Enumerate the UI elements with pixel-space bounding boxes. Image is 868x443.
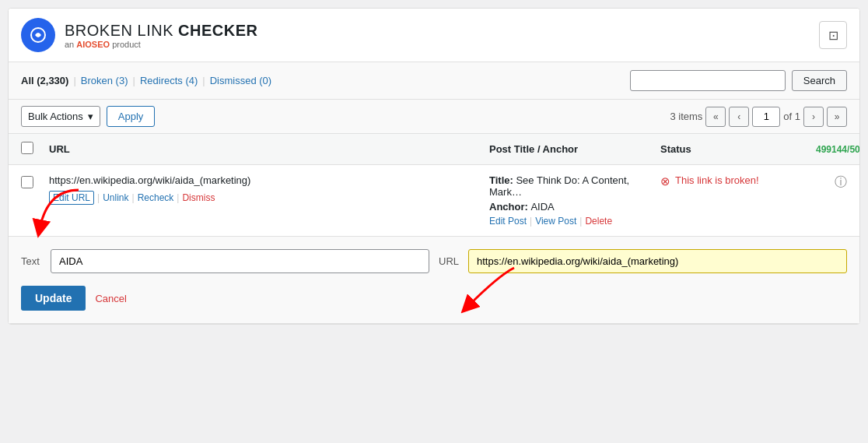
url-field-group: URL: [439, 249, 847, 273]
row-actions: Edit URL | Unlink | Recheck | Dismiss: [49, 191, 489, 205]
logo-icon: [21, 18, 55, 52]
row-checkbox[interactable]: [21, 176, 33, 188]
table-row-main: https://en.wikipedia.org/wiki/aida_(mark…: [9, 165, 859, 236]
unlink-link[interactable]: Unlink: [103, 192, 128, 203]
actions-bar: Bulk Actions ▾ Apply 3 items « ‹ of 1 › …: [9, 100, 859, 134]
select-all-checkbox-cell: [21, 142, 49, 156]
col-header-post: Post Title / Anchor: [489, 143, 660, 155]
edit-url-section: Text URL Update Cancel: [9, 236, 859, 323]
col-header-url: URL: [49, 143, 489, 155]
app-subtitle: an AIOSEO product: [65, 40, 257, 49]
select-all-checkbox[interactable]: [21, 142, 33, 154]
info-cell: ⓘ: [816, 174, 847, 191]
filter-dismissed[interactable]: Dismissed (0): [210, 75, 271, 86]
first-page-button[interactable]: «: [705, 107, 726, 127]
bulk-actions-dropdown[interactable]: Bulk Actions ▾: [21, 106, 100, 127]
filter-links: All (2,330) | Broken (3) | Redirects (4)…: [21, 75, 271, 86]
monitor-icon: ⊡: [828, 28, 838, 43]
app-title: BROKEN LINK CHECKER: [65, 22, 257, 40]
filter-redirects[interactable]: Redirects (4): [140, 75, 198, 86]
header-action-button[interactable]: ⊡: [819, 21, 847, 49]
edit-buttons: Update Cancel: [21, 286, 847, 311]
row-checkbox-cell: [21, 174, 49, 188]
warning-icon: ⊗: [660, 174, 670, 188]
table-row: https://en.wikipedia.org/wiki/aida_(mark…: [9, 165, 859, 324]
post-cell: Title: See Think Do: A Content, Mark… An…: [489, 174, 660, 227]
header: BROKEN LINK CHECKER an AIOSEO product ⊡: [9, 9, 859, 62]
status-text: This link is broken!: [675, 174, 759, 186]
logo-text: BROKEN LINK CHECKER an AIOSEO product: [65, 22, 257, 49]
text-label: Text: [21, 255, 44, 267]
status-cell: ⊗ This link is broken!: [660, 174, 816, 188]
edit-post-link[interactable]: Edit Post: [489, 216, 527, 227]
search-area: Search: [630, 70, 847, 91]
text-field-group: Text: [21, 249, 429, 273]
recheck-link[interactable]: Recheck: [138, 192, 174, 203]
cancel-link[interactable]: Cancel: [95, 293, 126, 304]
header-left: BROKEN LINK CHECKER an AIOSEO product: [21, 18, 257, 52]
edit-url-link[interactable]: Edit URL: [49, 191, 94, 205]
post-anchor: Anchor: AIDA: [489, 201, 660, 213]
pagination: 3 items « ‹ of 1 › »: [670, 107, 847, 127]
view-post-link[interactable]: View Post: [535, 216, 576, 227]
filter-broken[interactable]: Broken (3): [81, 75, 128, 86]
page-input[interactable]: [752, 107, 780, 127]
update-button[interactable]: Update: [21, 286, 86, 311]
chevron-down-icon: ▾: [88, 111, 93, 122]
post-title: Title: See Think Do: A Content, Mark…: [489, 174, 660, 198]
dismiss-link[interactable]: Dismiss: [182, 192, 215, 203]
post-actions: Edit Post | View Post | Delete: [489, 216, 660, 227]
table-container: URL Post Title / Anchor Status 499144/50…: [9, 134, 859, 324]
col-header-count: 499144/500000: [816, 144, 847, 155]
table-header: URL Post Title / Anchor Status 499144/50…: [9, 134, 859, 165]
edit-fields: Text URL: [21, 249, 847, 273]
filter-all[interactable]: All (2,330): [21, 75, 68, 86]
col-header-status: Status: [660, 143, 816, 155]
search-input[interactable]: [630, 70, 786, 91]
url-label: URL: [439, 255, 462, 267]
items-count: 3 items: [670, 111, 702, 122]
url-text: https://en.wikipedia.org/wiki/aida_(mark…: [49, 174, 489, 186]
next-page-button[interactable]: ›: [803, 107, 824, 127]
filter-bar: All (2,330) | Broken (3) | Redirects (4)…: [9, 62, 859, 100]
last-page-button[interactable]: »: [827, 107, 847, 127]
url-input[interactable]: [468, 249, 847, 273]
info-icon[interactable]: ⓘ: [835, 174, 847, 191]
prev-page-button[interactable]: ‹: [729, 107, 749, 127]
actions-left: Bulk Actions ▾ Apply: [21, 106, 155, 127]
text-input[interactable]: [51, 249, 429, 273]
url-cell: https://en.wikipedia.org/wiki/aida_(mark…: [49, 174, 489, 205]
apply-button[interactable]: Apply: [107, 106, 156, 127]
search-button[interactable]: Search: [792, 70, 847, 91]
app-wrapper: BROKEN LINK CHECKER an AIOSEO product ⊡ …: [8, 8, 860, 325]
page-total: of 1: [783, 111, 800, 122]
delete-link[interactable]: Delete: [585, 216, 612, 227]
